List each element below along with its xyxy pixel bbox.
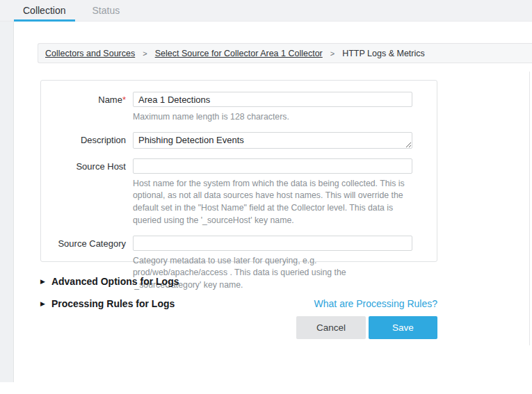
description-row: Description Phishing Detection Events (41, 132, 437, 151)
tab-bar: Collection Status (0, 0, 532, 22)
advanced-options-section: ▶ Advanced Options for Logs (40, 276, 437, 287)
source-config-form: Name* Maximum name length is 128 charact… (40, 80, 437, 262)
tab-collection[interactable]: Collection (23, 0, 65, 22)
source-host-label: Source Host (41, 158, 133, 227)
advanced-options-toggle[interactable]: ▶ Advanced Options for Logs (40, 276, 179, 287)
processing-rules-section: ▶ Processing Rules for Logs What are Pro… (40, 298, 437, 309)
collapsed-triangle-icon: ▶ (40, 301, 45, 307)
source-host-helper-text: Host name for the system from which the … (133, 178, 412, 227)
source-host-input[interactable] (133, 158, 412, 174)
breadcrumb-collectors-and-sources[interactable]: Collectors and Sources (45, 49, 135, 58)
breadcrumb-current-page: HTTP Logs & Metrics (342, 49, 425, 58)
source-host-row: Source Host Host name for the system fro… (41, 158, 437, 227)
collapsed-triangle-icon: ▶ (40, 279, 45, 285)
processing-rules-label: Processing Rules for Logs (51, 298, 175, 309)
panel-right-border (529, 72, 530, 345)
name-row: Name* Maximum name length is 128 charact… (41, 92, 437, 124)
cancel-button[interactable]: Cancel (296, 316, 366, 339)
tab-status[interactable]: Status (92, 0, 120, 22)
content-panel: Collectors and Sources > Select Source f… (14, 22, 532, 394)
description-label: Description (41, 132, 133, 151)
breadcrumb-separator: > (330, 49, 334, 58)
what-are-processing-rules-link[interactable]: What are Processing Rules? (314, 298, 437, 309)
required-asterisk: * (122, 95, 126, 105)
breadcrumb: Collectors and Sources > Select Source f… (38, 43, 532, 63)
breadcrumb-separator: > (143, 49, 147, 58)
advanced-options-label: Advanced Options for Logs (51, 276, 179, 287)
breadcrumb-select-source[interactable]: Select Source for Collector Area 1 Colle… (155, 49, 323, 58)
source-category-input[interactable] (133, 236, 412, 251)
description-input[interactable]: Phishing Detection Events (133, 132, 412, 149)
form-actions: Cancel Save (40, 316, 437, 339)
name-input[interactable] (133, 92, 412, 107)
left-gutter (0, 0, 14, 382)
processing-rules-toggle[interactable]: ▶ Processing Rules for Logs (40, 298, 175, 309)
save-button[interactable]: Save (369, 316, 437, 339)
name-label: Name* (41, 92, 133, 124)
name-helper-text: Maximum name length is 128 characters. (133, 111, 412, 124)
